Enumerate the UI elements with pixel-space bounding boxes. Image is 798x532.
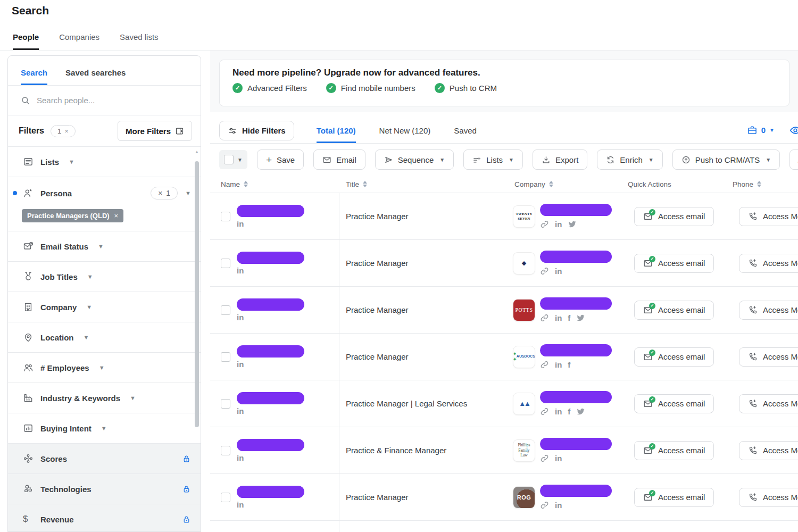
sidebar-item-employees[interactable]: # Employees × ▼ × (8, 352, 201, 383)
link-icon[interactable] (540, 267, 549, 276)
row-checkbox[interactable] (221, 446, 230, 455)
access-mobile-button[interactable]: Access Mobile (739, 207, 798, 226)
sort-icon[interactable] (757, 181, 761, 187)
sidebar-item-scores[interactable]: Scores × ▼ × (8, 443, 201, 473)
hide-filters-button[interactable]: Hide Filters (219, 121, 294, 140)
search-people-input[interactable] (37, 96, 164, 105)
sidebar-tab-saved-searches[interactable]: Saved searches (65, 68, 126, 85)
access-email-button[interactable]: ✓ Access email (634, 254, 714, 273)
sidebar-filter-row[interactable]: Job Titles × ▼ (8, 262, 201, 292)
sidebar-filter-row[interactable]: Email Status × ▼ (8, 231, 201, 261)
sort-icon[interactable] (549, 181, 553, 187)
save-button[interactable]: + Save (257, 149, 304, 170)
sidebar-item-company[interactable]: Company × ▼ × (8, 292, 201, 322)
sidebar-filter-row[interactable]: Buying Intent × ▼ (8, 413, 201, 443)
access-email-button[interactable]: ✓ Access email (634, 441, 714, 460)
link-icon[interactable] (540, 220, 549, 229)
row-checkbox[interactable] (221, 212, 230, 221)
linkedin-icon[interactable]: in (555, 220, 562, 229)
tab-companies[interactable]: Companies (59, 32, 99, 50)
linkedin-icon[interactable]: in (555, 501, 562, 510)
sidebar-filter-row[interactable]: Location × ▼ (8, 322, 201, 352)
sidebar-item-industry-keywords[interactable]: Industry & Keywords × ▼ × (8, 383, 201, 413)
enrich-button[interactable]: Enrich ▼ (597, 149, 662, 170)
access-mobile-button[interactable]: Access Mobile (739, 301, 798, 320)
email-button[interactable]: Email (313, 149, 365, 170)
tab-total[interactable]: Total (120) (317, 118, 356, 143)
linkedin-icon[interactable]: in (555, 360, 562, 369)
link-icon[interactable] (540, 454, 549, 463)
sidebar-filter-row[interactable]: Lists × ▼ (8, 147, 201, 177)
filter-count-pill[interactable]: ×1 (151, 187, 178, 200)
sort-icon[interactable] (363, 181, 367, 187)
company-logo[interactable]: POTTS (513, 300, 535, 321)
column-header-name[interactable]: Name (210, 180, 339, 188)
linkedin-icon[interactable]: in (555, 454, 562, 463)
scroll-up-icon[interactable]: ▲ (195, 149, 199, 154)
company-logo[interactable]: AUSDOCS (513, 346, 535, 368)
linkedin-icon[interactable]: in (237, 220, 304, 228)
row-checkbox[interactable] (221, 305, 230, 315)
access-mobile-button[interactable]: Access Mobile (739, 254, 798, 273)
row-checkbox[interactable] (221, 259, 230, 268)
sidebar-scrollbar[interactable]: ▲ (195, 155, 199, 527)
clear-filters-icon[interactable]: × (64, 127, 69, 135)
more-actions-button[interactable]: ... (789, 149, 798, 170)
access-mobile-button[interactable]: Access Mobile (739, 488, 798, 507)
link-icon[interactable] (540, 313, 549, 322)
remove-tag-icon[interactable]: × (114, 212, 119, 220)
company-logo[interactable]: TWENTY SEVEN (513, 206, 535, 227)
tab-people[interactable]: People (13, 32, 39, 50)
sidebar-filter-row[interactable]: # Employees × ▼ (8, 353, 201, 383)
more-filters-button[interactable]: More Filters (118, 121, 192, 141)
sidebar-item-persona[interactable]: Persona ×1 ▼ Practice Managers (QLD) × (8, 177, 201, 231)
tab-net-new[interactable]: Net New (120) (379, 118, 431, 143)
sidebar-item-revenue[interactable]: $ Revenue × ▼ × (8, 504, 201, 532)
row-checkbox[interactable] (221, 399, 230, 409)
row-checkbox[interactable] (221, 352, 230, 362)
select-all-checkbox[interactable] (224, 155, 234, 164)
access-mobile-button[interactable]: Access Mobile (739, 394, 798, 413)
view-settings-button[interactable] (789, 124, 798, 136)
linkedin-icon[interactable]: in (237, 501, 304, 509)
linkedin-icon[interactable]: in (237, 360, 304, 368)
linkedin-icon[interactable]: in (555, 407, 562, 416)
sidebar-tab-search[interactable]: Search (21, 68, 47, 85)
sidebar-item-buying-intent[interactable]: Buying Intent × ▼ × (8, 413, 201, 443)
tab-saved-lists[interactable]: Saved lists (120, 32, 159, 50)
linkedin-icon[interactable]: in (237, 313, 304, 321)
company-logo[interactable]: ▲▲ (513, 393, 535, 414)
sidebar-filter-row[interactable]: Technologies × ▼ (8, 474, 201, 504)
column-header-company[interactable]: Company (508, 180, 625, 188)
scrollbar-thumb[interactable] (195, 161, 199, 427)
linkedin-icon[interactable]: in (237, 454, 304, 462)
link-icon[interactable] (540, 360, 549, 369)
persona-tag[interactable]: Practice Managers (QLD) × (22, 209, 123, 222)
sequence-button[interactable]: Sequence ▼ (375, 149, 454, 170)
select-all-dropdown[interactable]: ▼ (219, 150, 247, 169)
access-email-button[interactable]: ✓ Access email (634, 207, 714, 226)
sidebar-filter-row[interactable]: Scores × ▼ (8, 444, 201, 473)
column-header-title[interactable]: Title (339, 180, 508, 188)
access-mobile-button[interactable]: Access Mobile (739, 441, 798, 460)
push-to-crm-ats-button[interactable]: Push to CRM/ATS ▼ (672, 149, 780, 170)
row-checkbox[interactable] (221, 493, 230, 502)
sidebar-item-email-status[interactable]: Email Status × ▼ × (8, 231, 201, 261)
twitter-icon[interactable] (576, 313, 585, 322)
sidebar-filter-row[interactable]: Company × ▼ (8, 292, 201, 322)
linkedin-icon[interactable]: in (555, 267, 562, 276)
sidebar-item-job-titles[interactable]: Job Titles × ▼ × (8, 261, 201, 292)
sidebar-filter-row[interactable]: $ Revenue × ▼ (8, 504, 201, 532)
sidebar-item-lists[interactable]: Lists × ▼ × (8, 147, 201, 177)
tab-saved[interactable]: Saved (454, 118, 477, 143)
briefcase-count-dropdown[interactable]: 0 ▼ (747, 125, 775, 136)
twitter-icon[interactable] (568, 220, 577, 229)
export-button[interactable]: Export (533, 149, 587, 170)
sidebar-item-location[interactable]: Location × ▼ × (8, 322, 201, 352)
access-email-button[interactable]: ✓ Access email (634, 301, 714, 320)
twitter-icon[interactable] (576, 407, 585, 416)
facebook-icon[interactable]: f (568, 360, 570, 369)
active-filters-count-pill[interactable]: 1 × (51, 125, 76, 137)
sidebar-filter-row[interactable]: Industry & Keywords × ▼ (8, 383, 201, 413)
lists-button[interactable]: Lists ▼ (463, 149, 523, 170)
